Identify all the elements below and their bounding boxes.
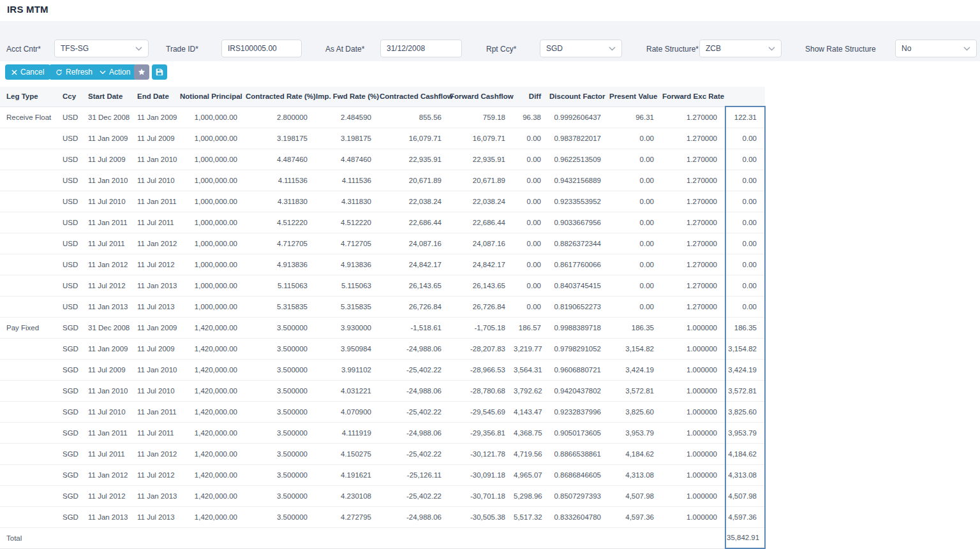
table-row[interactable]: SGD11 Jan 201211 Jul 20121,420,000.003.5… [0, 464, 765, 485]
table-cell: 0.9837822017 [549, 128, 609, 149]
table-cell: -25,402.22 [379, 359, 449, 380]
action-button[interactable]: Action [93, 64, 137, 80]
column-header[interactable]: Start Date [82, 87, 131, 106]
as-at-date-label: As At Date* [325, 45, 364, 54]
table-cell: 20,671.89 [379, 170, 449, 191]
table-cell: 0.00 [513, 170, 549, 191]
table-cell: 1.270000 [662, 170, 725, 191]
table-cell: USD [56, 275, 82, 296]
table-row[interactable]: SGD11 Jan 201011 Jul 20101,420,000.003.5… [0, 380, 765, 401]
table-cell [0, 212, 56, 233]
refresh-button[interactable]: Refresh [49, 64, 99, 80]
rate-structure-select[interactable]: ZCB [699, 40, 782, 57]
table-cell: 0.00 [725, 128, 765, 149]
table-cell: 11 Jan 2013 [131, 485, 179, 506]
table-row[interactable]: USD11 Jul 201011 Jan 20111,000,000.004.3… [0, 191, 765, 212]
table-cell: 1,420,000.00 [179, 506, 245, 527]
table-row[interactable]: SGD11 Jul 201211 Jan 20131,420,000.003.5… [0, 485, 765, 506]
table-cell: 0.9050173605 [549, 422, 609, 443]
table-cell [0, 485, 56, 506]
table-cell: 11 Jan 2010 [82, 380, 131, 401]
table-cell: 186.57 [513, 317, 549, 338]
favorite-button[interactable] [134, 64, 149, 80]
table-cell [0, 422, 56, 443]
table-row[interactable]: Pay FixedSGD31 Dec 200811 Jan 20091,420,… [0, 317, 765, 338]
table-cell: 3,792.62 [513, 380, 549, 401]
table-cell: 3.950984 [315, 338, 379, 359]
table-row[interactable]: SGD11 Jan 201311 Jul 20131,420,000.003.5… [0, 506, 765, 527]
table-row[interactable]: SGD11 Jul 200911 Jan 20101,420,000.003.5… [0, 359, 765, 380]
column-header[interactable]: Notional Principal [179, 87, 245, 106]
table-cell: -24,988.06 [379, 338, 449, 359]
table-cell: 0.8403745415 [549, 275, 609, 296]
table-cell: 0.8332604780 [549, 506, 609, 527]
table-cell: 11 Jul 2011 [82, 443, 131, 464]
table-row[interactable]: Receive FloatUSD31 Dec 200811 Jan 20091,… [0, 106, 765, 128]
table-cell: 4.111536 [315, 170, 379, 191]
table-cell: 0.00 [513, 128, 549, 149]
save-button[interactable] [152, 64, 167, 80]
table-row[interactable]: USD11 Jan 201111 Jul 20111,000,000.004.5… [0, 212, 765, 233]
as-at-date-input[interactable] [380, 40, 462, 57]
table-cell: 3,424.19 [725, 359, 765, 380]
table-cell: 4,313.08 [609, 464, 662, 485]
table-cell: 0.00 [725, 275, 765, 296]
table-row[interactable]: USD11 Jan 200911 Jul 20091,000,000.003.1… [0, 128, 765, 149]
table-cell: 0.00 [513, 296, 549, 317]
column-header[interactable]: Present Value [609, 87, 662, 106]
table-cell: USD [56, 128, 82, 149]
column-header[interactable]: Leg Type [0, 87, 56, 106]
table-row[interactable]: USD11 Jul 201211 Jan 20131,000,000.005.1… [0, 275, 765, 296]
table-cell: 1.270000 [662, 233, 725, 254]
table-cell: 11 Jul 2011 [82, 233, 131, 254]
table-row[interactable]: SGD11 Jan 200911 Jul 20091,420,000.003.5… [0, 338, 765, 359]
table-row[interactable]: SGD11 Jan 201111 Jul 20111,420,000.003.5… [0, 422, 765, 443]
trade-id-input[interactable] [221, 40, 302, 57]
table-row[interactable]: USD11 Jul 201111 Jan 20121,000,000.004.7… [0, 233, 765, 254]
table-cell: 4,597.36 [725, 506, 765, 527]
table-cell: 0.00 [513, 275, 549, 296]
table-cell: SGD [56, 443, 82, 464]
table-cell: 4.913836 [245, 254, 315, 275]
table-cell: 11 Jul 2010 [131, 380, 179, 401]
table-cell: 3.500000 [245, 422, 315, 443]
table-row[interactable]: SGD11 Jul 201011 Jan 20111,420,000.003.5… [0, 401, 765, 422]
column-header[interactable]: End Date [131, 87, 179, 106]
table-row[interactable]: USD11 Jan 201011 Jul 20101,000,000.004.1… [0, 170, 765, 191]
table-row[interactable]: USD11 Jan 201311 Jul 20131,000,000.005.3… [0, 296, 765, 317]
table-cell: SGD [56, 506, 82, 527]
table-cell: 0.00 [609, 275, 662, 296]
table-cell: 3,219.77 [513, 338, 549, 359]
column-header[interactable]: Contracted Cashflow [379, 87, 449, 106]
table-cell: 3.500000 [245, 317, 315, 338]
table-cell: -29,356.81 [449, 422, 513, 443]
column-header[interactable]: Contracted Rate (%) [245, 87, 315, 106]
column-header[interactable]: Forward Cashflow [449, 87, 513, 106]
column-header[interactable]: Ccy [56, 87, 82, 106]
table-row[interactable]: SGD11 Jul 201111 Jan 20121,420,000.003.5… [0, 443, 765, 464]
table-row[interactable]: USD11 Jan 201211 Jul 20121,000,000.004.9… [0, 254, 765, 275]
column-header[interactable]: Forward Exc Rate [662, 87, 725, 106]
table-row[interactable]: USD11 Jul 200911 Jan 20101,000,000.004.4… [0, 149, 765, 170]
show-rate-structure-select[interactable]: No [895, 40, 977, 57]
table-cell: 4,507.98 [609, 485, 662, 506]
column-header[interactable]: Imp. Fwd Rate (%) [315, 87, 379, 106]
column-header[interactable] [725, 87, 765, 106]
table-cell: 4,313.08 [725, 464, 765, 485]
table-cell: 11 Jan 2011 [131, 191, 179, 212]
table-cell: 3.500000 [245, 338, 315, 359]
column-header[interactable]: Diff [513, 87, 549, 106]
table-cell: 4.150275 [315, 443, 379, 464]
rpt-ccy-select[interactable]: SGD [540, 40, 622, 57]
cancel-button[interactable]: Cancel [5, 64, 50, 80]
column-header[interactable]: Discount Factor [549, 87, 609, 106]
action-button-label: Action [109, 68, 130, 77]
table-cell: 3,572.81 [609, 380, 662, 401]
table-cell: 186.35 [609, 317, 662, 338]
table-cell: 2.800000 [245, 106, 315, 128]
acct-cntr-value: TFS-SG [61, 44, 89, 53]
table-cell: 0.9798291052 [549, 338, 609, 359]
table-cell: 3.991102 [315, 359, 379, 380]
table-cell: 1.000000 [662, 401, 725, 422]
acct-cntr-select[interactable]: TFS-SG [54, 40, 149, 57]
